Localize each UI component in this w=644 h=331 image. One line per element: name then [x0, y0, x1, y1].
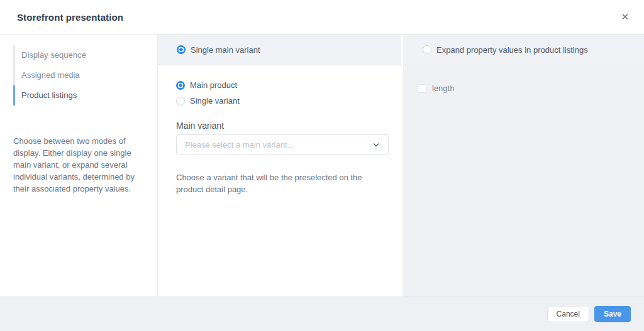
- sidebar-item-assigned-media[interactable]: Assigned media: [13, 65, 147, 85]
- single-main-variant-panel: Single main variant Main product Single …: [158, 35, 401, 296]
- expand-property-values-body: length: [403, 65, 644, 93]
- main-variant-field-label: Main variant: [176, 121, 386, 131]
- chevron-down-icon: [372, 141, 380, 149]
- expand-property-values-label: Expand property values in product listin…: [436, 45, 588, 55]
- save-button[interactable]: Save: [594, 306, 631, 322]
- radio-selected-icon[interactable]: [177, 45, 186, 54]
- main-variant-select[interactable]: Please select a main variant...: [176, 134, 389, 155]
- expand-property-values-option[interactable]: Expand property values in product listin…: [403, 35, 644, 65]
- radio-selected-icon[interactable]: [176, 81, 185, 90]
- cancel-button[interactable]: Cancel: [547, 306, 589, 322]
- modal-header: Storefront presentation ✕: [0, 0, 644, 35]
- mode-description-text: Choose between two modes of display. Eit…: [13, 135, 147, 195]
- modal-title: Storefront presentation: [17, 12, 123, 23]
- main-variant-select-placeholder: Please select a main variant...: [185, 140, 372, 149]
- single-variant-option[interactable]: Single variant: [176, 96, 386, 106]
- expand-property-values-panel: Expand property values in product listin…: [403, 35, 644, 296]
- single-main-variant-option[interactable]: Single main variant: [158, 35, 401, 65]
- radio-unselected-icon[interactable]: [176, 97, 185, 106]
- main-product-label: Main product: [190, 80, 237, 90]
- radio-unselected-icon[interactable]: [423, 45, 431, 54]
- modal-footer: Cancel Save: [0, 296, 644, 331]
- property-length-option[interactable]: length: [418, 84, 644, 93]
- main-variant-help-text: Choose a variant that will be the presel…: [176, 171, 391, 195]
- sidebar-item-display-sequence[interactable]: Display sequence: [13, 45, 147, 65]
- checkbox-unchecked-icon[interactable]: [418, 84, 426, 93]
- main-product-option[interactable]: Main product: [176, 80, 386, 90]
- single-main-variant-label: Single main variant: [191, 45, 260, 55]
- settings-sidebar: Display sequence Assigned media Product …: [0, 35, 158, 296]
- property-length-label: length: [432, 84, 454, 93]
- single-variant-label: Single variant: [190, 96, 240, 106]
- single-main-variant-body: Main product Single variant Main variant…: [158, 65, 401, 195]
- sidebar-item-product-listings[interactable]: Product listings: [13, 85, 147, 106]
- close-icon[interactable]: ✕: [621, 11, 629, 23]
